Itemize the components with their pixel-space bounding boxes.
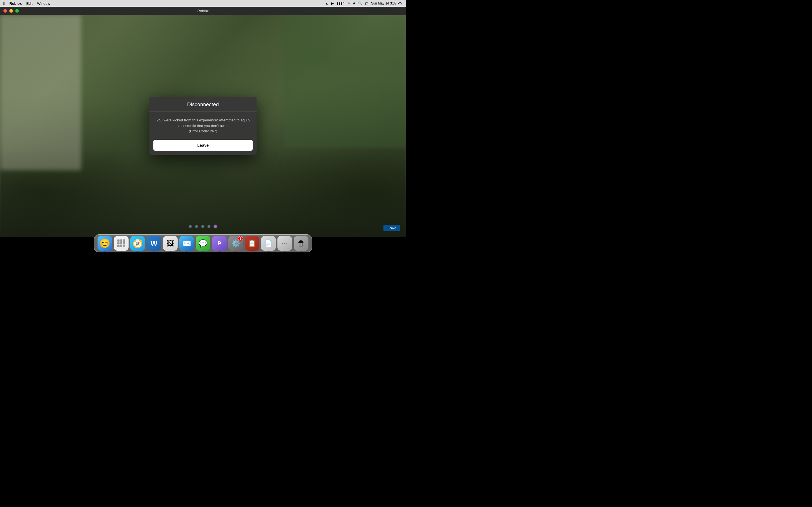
menubar-edit[interactable]: Edit [26,1,33,6]
dock-icon-system-prefs[interactable]: ⚙️ 1 [229,236,243,251]
input-source-icon[interactable]: A [353,1,355,5]
dock-icon-filemerge[interactable]: 📄 [261,236,276,251]
dock-icon-word[interactable]: W [147,236,161,251]
game-background: Leave Disconnected You were kicked from … [0,15,406,237]
menubar-right: ▲ ▶ ▮▮▮▯ ∿ A 🔍 ▢ Sun May 14 3:37 PM [325,1,403,5]
word-icon: W [151,239,158,248]
window-title: Roblox [197,9,209,13]
patch-icon: 📋 [248,239,256,247]
apple-menu[interactable]:  [3,1,5,6]
dock-icon-safari[interactable]: 🧭 [130,236,145,251]
prefs-badge: 1 [238,236,243,241]
mail-icon: ✉️ [182,239,191,248]
battery-icon[interactable]: ▮▮▮▯ [337,1,345,5]
filemerge-icon: 📄 [264,239,273,247]
notification-icon[interactable]: ▲ [325,1,328,5]
media-icon[interactable]: ▶ [331,1,334,5]
minimize-button[interactable] [9,9,13,13]
dock-icon-trash[interactable]: 🗑 [294,236,308,251]
dialog-overlay: Disconnected You were kicked from this e… [0,15,406,237]
menubar-left:  Roblox Edit Window [3,1,50,6]
menubar-window[interactable]: Window [37,1,50,6]
dock: 😊 🧭 W 🖼 ✉️ 💬 P ⚙️ 1 📋 [94,234,312,252]
safari-icon: 🧭 [133,238,143,248]
control-center-icon[interactable]: ▢ [365,1,368,5]
launchpad-icon [117,239,125,247]
finder-icon: 😊 [99,238,110,249]
dock-icon-patch[interactable]: 📋 [245,236,259,251]
dialog-title: Disconnected [187,102,219,107]
dock-icon-messages[interactable]: 💬 [196,236,210,251]
dialog-body: You were kicked from this experience: At… [149,112,257,140]
spotlight-icon[interactable]: 🔍 [358,1,362,5]
dock-icon-mail[interactable]: ✉️ [179,236,194,251]
disconnected-dialog: Disconnected You were kicked from this e… [149,97,257,155]
maximize-button[interactable] [15,9,19,13]
dock-icon-more[interactable]: ⋯ [277,236,292,251]
titlebar: Roblox [0,7,406,15]
close-button[interactable] [3,9,7,13]
dock-icon-launchpad[interactable] [114,236,129,251]
dock-icon-proxyman[interactable]: P [212,236,227,251]
wifi-icon[interactable]: ∿ [347,1,350,5]
menubar:  Roblox Edit Window ▲ ▶ ▮▮▮▯ ∿ A 🔍 ▢ Su… [0,0,406,7]
messages-icon: 💬 [199,239,207,248]
trash-icon: 🗑 [297,239,305,248]
datetime-display[interactable]: Sun May 14 3:37 PM [371,1,403,5]
dock-icon-finder[interactable]: 😊 [98,236,112,251]
dock-icon-preview[interactable]: 🖼 [163,236,177,251]
more-icon: ⋯ [282,240,288,247]
proxyman-icon: P [217,240,221,247]
menubar-app-name[interactable]: Roblox [9,1,22,6]
traffic-lights [3,9,19,13]
leave-button[interactable]: Leave [153,140,253,151]
dialog-header: Disconnected [149,97,257,112]
preview-icon: 🖼 [167,239,174,248]
dialog-footer: Leave [149,140,257,155]
dialog-message: You were kicked from this experience: At… [156,117,250,134]
